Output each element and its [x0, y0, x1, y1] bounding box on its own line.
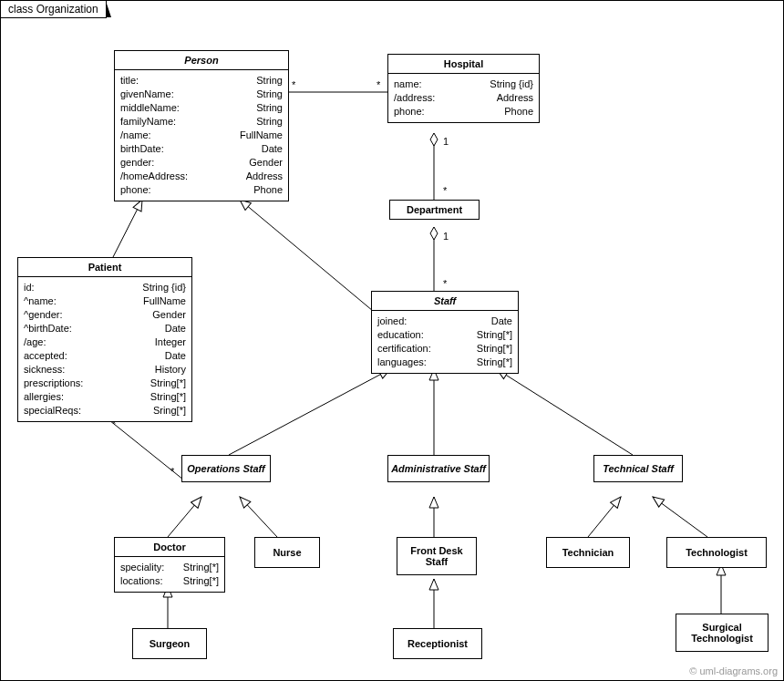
attr-name: ^birthDate: — [24, 322, 72, 335]
attr-row: phone:Phone — [394, 105, 533, 119]
mult-dept-staff-star: * — [443, 278, 448, 289]
attr-name: certification: — [377, 342, 431, 356]
class-technical-staff: Technical Staff — [593, 455, 683, 482]
attr-row: id:String {id} — [24, 281, 186, 294]
attr-name: givenName: — [120, 88, 174, 101]
attr-type: String[*] — [183, 574, 219, 588]
attr-type: Gender — [152, 308, 186, 322]
frame-title: class Organization — [0, 0, 107, 18]
attr-name: /homeAddress: — [120, 170, 188, 183]
attr-name: languages: — [377, 356, 427, 369]
class-name: Surgical Technologist — [676, 618, 768, 647]
class-name: Administrative Staff — [388, 459, 489, 478]
attr-type: Sring[*] — [153, 404, 186, 418]
attr-row: accepted:Date — [24, 349, 186, 363]
attr-name: /age: — [24, 335, 46, 349]
mult-person-hospital-right: * — [377, 79, 381, 90]
attr-type: FullName — [240, 129, 283, 142]
class-attrs: title:StringgivenName:StringmiddleName:S… — [115, 70, 288, 201]
class-name: Surgeon — [133, 635, 206, 653]
attr-name: middleName: — [120, 101, 180, 115]
svg-line-12 — [588, 497, 621, 537]
attr-row: allergies:String[*] — [24, 390, 186, 404]
attr-row: /homeAddress:Address — [120, 170, 283, 183]
class-name: Person — [115, 51, 288, 70]
class-name: Hospital — [388, 55, 539, 74]
attr-row: education:String[*] — [377, 328, 512, 342]
class-name: Department — [390, 201, 479, 219]
svg-line-8 — [497, 369, 633, 455]
attr-type: String[*] — [477, 356, 512, 369]
attr-row: ^gender:Gender — [24, 308, 186, 322]
class-surgeon: Surgeon — [132, 628, 207, 659]
attr-type: Gender — [249, 156, 283, 170]
svg-line-4 — [240, 200, 373, 311]
class-name: Technologist — [667, 543, 766, 562]
svg-line-6 — [229, 369, 390, 455]
attr-name: sickness: — [24, 363, 65, 377]
class-surgical-technologist: Surgical Technologist — [676, 614, 769, 652]
attr-row: familyName:String — [120, 115, 283, 129]
watermark: © uml-diagrams.org — [689, 666, 778, 676]
attr-name: phone: — [120, 183, 151, 197]
class-person: Person title:StringgivenName:Stringmiddl… — [114, 50, 289, 201]
class-technologist: Technologist — [666, 537, 767, 568]
attr-type: Date — [165, 322, 186, 335]
class-doctor: Doctor speciality:String[*]locations:Str… — [114, 537, 225, 593]
class-staff: Staff joined:Dateeducation:String[*]cert… — [371, 291, 519, 374]
mult-hosp-dept-one: 1 — [443, 136, 449, 147]
attr-row: prescriptions:String[*] — [24, 377, 186, 390]
attr-type: String[*] — [477, 328, 512, 342]
attr-row: locations:String[*] — [120, 574, 219, 588]
attr-type: String[*] — [150, 390, 186, 404]
attr-type: Date — [491, 315, 512, 328]
class-hospital: Hospital name:String {id}/address:Addres… — [387, 54, 540, 123]
svg-line-5 — [105, 417, 183, 480]
attr-row: joined:Date — [377, 315, 512, 328]
class-nurse: Nurse — [254, 537, 320, 568]
attr-name: ^gender: — [24, 308, 62, 322]
mult-hosp-dept-star: * — [443, 185, 448, 196]
class-name: Nurse — [255, 543, 319, 562]
class-receptionist: Receptionist — [393, 628, 482, 659]
class-name: Technician — [547, 543, 629, 562]
attr-row: name:String {id} — [394, 77, 533, 91]
class-attrs: speciality:String[*]locations:String[*] — [115, 557, 224, 592]
class-name: Patient — [18, 258, 191, 277]
attr-row: middleName:String — [120, 101, 283, 115]
attr-row: specialReqs:Sring[*] — [24, 404, 186, 418]
attr-type: Phone — [253, 183, 283, 197]
svg-line-10 — [240, 497, 277, 537]
attr-type: FullName — [143, 294, 186, 308]
class-administrative-staff: Administrative Staff — [387, 455, 490, 482]
attr-name: birthDate: — [120, 142, 164, 156]
attr-name: allergies: — [24, 390, 64, 404]
attr-row: /name:FullName — [120, 129, 283, 142]
attr-type: String — [256, 74, 283, 88]
mult-dept-staff-one: 1 — [443, 231, 449, 242]
class-name: Receptionist — [394, 635, 481, 653]
attr-type: Phone — [504, 105, 533, 119]
attr-name: education: — [377, 328, 424, 342]
attr-type: String[*] — [477, 342, 512, 356]
class-operations-staff: Operations Staff — [181, 455, 271, 482]
attr-type: History — [155, 363, 186, 377]
attr-name: name: — [394, 77, 422, 91]
attr-type: String — [256, 101, 283, 115]
svg-line-9 — [168, 497, 201, 537]
class-attrs: id:String {id}^name:FullName^gender:Gend… — [18, 277, 191, 421]
class-name: Doctor — [115, 538, 224, 557]
attr-type: Address — [246, 170, 283, 183]
attr-name: title: — [120, 74, 139, 88]
attr-name: locations: — [120, 574, 162, 588]
attr-row: speciality:String[*] — [120, 561, 219, 574]
attr-type: Date — [165, 349, 186, 363]
svg-line-3 — [113, 200, 142, 257]
attr-name: /name: — [120, 129, 151, 142]
attr-row: /age:Integer — [24, 335, 186, 349]
attr-row: birthDate:Date — [120, 142, 283, 156]
attr-name: prescriptions: — [24, 377, 83, 390]
attr-name: speciality: — [120, 561, 164, 574]
attr-row: languages:String[*] — [377, 356, 512, 369]
attr-row: phone:Phone — [120, 183, 283, 197]
